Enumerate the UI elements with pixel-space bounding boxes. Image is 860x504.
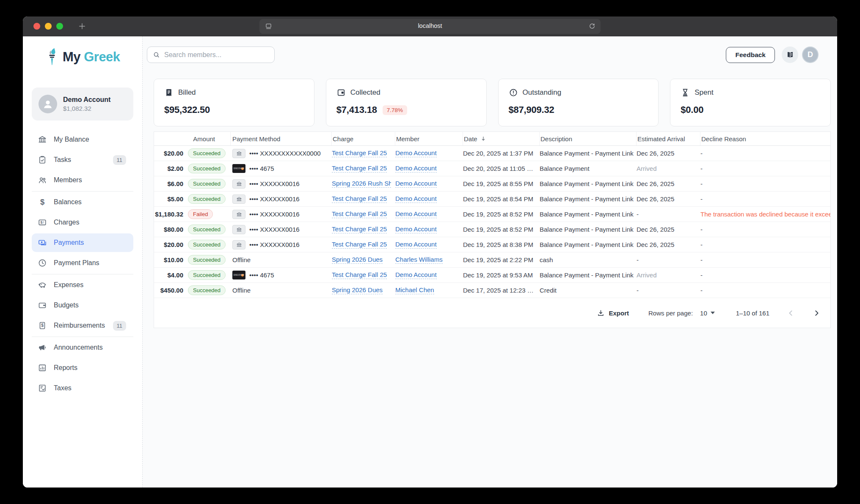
member-link[interactable]: Demo Account <box>395 241 437 249</box>
charge-link[interactable]: Test Charge Fall 25 <box>332 271 387 279</box>
column-header-date[interactable]: Date <box>463 132 540 145</box>
date-cell: Dec 19, 2025 at 8:38 PM <box>463 237 540 252</box>
collected-icon <box>336 88 346 97</box>
table-row[interactable]: $80.00Succeeded •••• XXXXXX0016 Test Cha… <box>154 222 830 237</box>
close-button[interactable] <box>33 23 40 30</box>
member-link[interactable]: Demo Account <box>395 210 437 218</box>
feedback-button[interactable]: Feedback <box>726 47 775 63</box>
sidebar-item-announcements[interactable]: Announcements <box>32 338 133 357</box>
user-avatar[interactable]: D <box>802 47 819 63</box>
stat-value: $95,322.50 <box>164 104 210 115</box>
payment-method-cell: DISCOVER•••• 4675 <box>231 268 332 282</box>
column-header-charge[interactable]: Charge <box>332 132 395 145</box>
sidebar-item-payment-plans[interactable]: Payment Plans <box>32 254 133 272</box>
charge-link[interactable]: Spring 2026 Dues <box>332 256 383 264</box>
chevron-down-icon <box>711 312 715 314</box>
sidebar-item-my-balance[interactable]: My Balance <box>32 130 133 149</box>
fullscreen-button[interactable] <box>56 23 63 30</box>
amount: $10.00 <box>154 256 183 263</box>
charge-link[interactable]: Test Charge Fall 25 <box>332 225 387 233</box>
bank-icon <box>38 135 47 144</box>
account-balance: $1,082.32 <box>63 105 110 112</box>
alert-icon <box>509 88 518 97</box>
column-header-decline-reason[interactable]: Decline Reason <box>700 132 830 145</box>
docs-button[interactable] <box>782 47 798 63</box>
sidebar-item-charges[interactable]: Charges <box>32 213 133 232</box>
member-link[interactable]: Demo Account <box>395 149 437 157</box>
table-row[interactable]: $20.00Succeeded •••• XXXXXX0016 Test Cha… <box>154 237 830 252</box>
table-row[interactable]: $20.00Succeeded •••• XXXXXXXXXXX0000 Tes… <box>154 146 830 161</box>
member-link[interactable]: Demo Account <box>395 271 437 279</box>
table-row[interactable]: $6.00Succeeded •••• XXXXXX0016 Spring 20… <box>154 176 830 192</box>
charge-link[interactable]: Test Charge Fall 25 <box>332 210 387 218</box>
member-link[interactable]: Demo Account <box>395 164 437 173</box>
sidebar-item-reports[interactable]: Reports <box>32 359 133 377</box>
sidebar-item-balances[interactable]: Balances <box>32 193 133 211</box>
status-badge: Succeeded <box>188 194 226 204</box>
charge-link[interactable]: Test Charge Fall 25 <box>332 164 387 173</box>
status-badge: Succeeded <box>188 255 226 265</box>
next-page-icon[interactable] <box>812 309 821 318</box>
address-bar[interactable]: localhost <box>259 19 601 34</box>
sidebar-item-members[interactable]: Members <box>32 171 133 189</box>
column-header-member[interactable]: Member <box>395 132 463 145</box>
charge-link[interactable]: Spring 2026 Rush Shir <box>332 180 391 188</box>
prev-page-icon[interactable] <box>786 309 795 318</box>
charge-link[interactable]: Spring 2026 Dues <box>332 286 383 294</box>
reload-icon[interactable] <box>588 22 596 30</box>
sidebar-item-tasks[interactable]: Tasks 11 <box>32 151 133 169</box>
description-cell: Credit <box>540 283 637 298</box>
amount: $4.00 <box>154 271 183 279</box>
decline-cell: - <box>700 192 830 206</box>
column-header-amount[interactable]: Amount <box>154 132 231 145</box>
payment-method-cell: Offline <box>231 283 332 298</box>
stat-card-spent: Spent $0.00 <box>670 79 831 126</box>
member-link[interactable]: Michael Chen <box>395 286 434 294</box>
stat-value: $7,413.18 <box>336 104 377 115</box>
charge-link[interactable]: Test Charge Fall 25 <box>332 195 387 203</box>
app-logo[interactable]: My Greek <box>45 47 120 67</box>
charge-link[interactable]: Test Charge Fall 25 <box>332 149 387 157</box>
table-row[interactable]: $1,180.32Failed •••• XXXXXX0016 Test Cha… <box>154 207 830 222</box>
minimize-button[interactable] <box>45 23 52 30</box>
table-row[interactable]: $5.00Succeeded •••• XXXXXX0016 Test Char… <box>154 192 830 207</box>
date-cell: Dec 19, 2025 at 8:54 PM <box>463 192 540 206</box>
member-link[interactable]: Charles Williams <box>395 256 443 264</box>
charges-icon <box>38 218 47 227</box>
sidebar-item-taxes[interactable]: Taxes <box>32 379 133 397</box>
receipt-icon <box>164 88 174 97</box>
amount: $1,180.32 <box>154 211 183 218</box>
amount: $20.00 <box>154 150 183 157</box>
date-cell: Dec 19, 2025 at 8:52 PM <box>463 222 540 237</box>
account-card[interactable]: Demo Account $1,082.32 <box>32 88 133 121</box>
amount: $5.00 <box>154 195 183 203</box>
column-header-estimated-arrival[interactable]: Estimated Arrival <box>637 132 700 145</box>
export-button[interactable]: Export <box>597 309 629 317</box>
search-input[interactable] <box>164 51 262 59</box>
description-cell: Balance Payment - Payment Link <box>540 222 637 237</box>
search-box[interactable] <box>147 47 275 63</box>
arrival-cell: - <box>637 283 700 298</box>
sidebar-item-expenses[interactable]: Expenses <box>32 276 133 294</box>
table-row[interactable]: $2.00Succeeded DISCOVER•••• 4675 Test Ch… <box>154 161 830 176</box>
member-link[interactable]: Demo Account <box>395 195 437 203</box>
column-header-description[interactable]: Description <box>540 132 637 145</box>
table-row[interactable]: $4.00Succeeded DISCOVER•••• 4675 Test Ch… <box>154 268 830 283</box>
rows-per-page-select[interactable]: 10 <box>700 310 715 317</box>
payment-method-cell: •••• XXXXXX0016 <box>231 207 332 222</box>
bank-icon <box>232 179 245 189</box>
column-header-payment-method[interactable]: Payment Method <box>231 132 332 145</box>
new-tab-icon[interactable] <box>77 22 87 31</box>
sidebar-item-reimbursements[interactable]: Reimbursements 11 <box>32 316 133 335</box>
table-row[interactable]: $450.00Succeeded Offline Spring 2026 Due… <box>154 283 830 298</box>
table-row[interactable]: $10.00Succeeded Offline Spring 2026 Dues… <box>154 252 830 268</box>
member-link[interactable]: Demo Account <box>395 225 437 233</box>
taxes-icon <box>38 383 47 393</box>
clock-icon <box>38 258 47 268</box>
member-link[interactable]: Demo Account <box>395 180 437 188</box>
charge-link[interactable]: Test Charge Fall 25 <box>332 241 387 249</box>
description-cell: Balance Payment - Payment Link <box>540 237 637 252</box>
sidebar-item-payments[interactable]: Payments <box>32 233 133 252</box>
sidebar-item-budgets[interactable]: Budgets <box>32 296 133 315</box>
status-badge: Succeeded <box>188 270 226 280</box>
